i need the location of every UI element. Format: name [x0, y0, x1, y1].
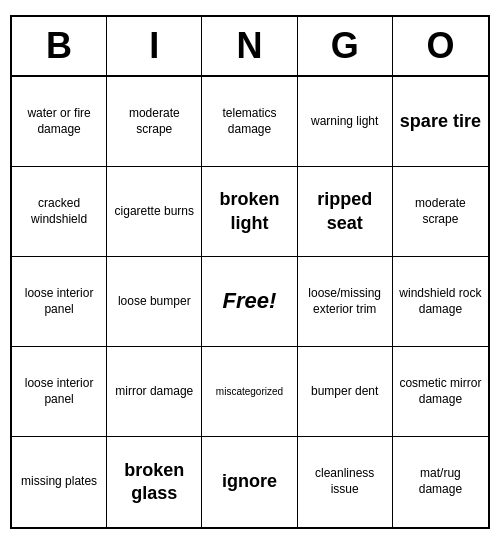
bingo-cell: cosmetic mirror damage: [393, 347, 488, 437]
cell-text: ignore: [222, 470, 277, 493]
bingo-cell: cracked windshield: [12, 167, 107, 257]
cell-text: loose/missing exterior trim: [302, 286, 388, 317]
bingo-cell: warning light: [298, 77, 393, 167]
cell-text: warning light: [311, 114, 378, 130]
bingo-cell: cleanliness issue: [298, 437, 393, 527]
bingo-cell: moderate scrape: [107, 77, 202, 167]
cell-text: Free!: [223, 287, 277, 316]
bingo-cell: loose interior panel: [12, 347, 107, 437]
bingo-cell: ignore: [202, 437, 297, 527]
bingo-cell: missing plates: [12, 437, 107, 527]
bingo-cell: broken light: [202, 167, 297, 257]
cell-text: loose interior panel: [16, 286, 102, 317]
header-letter: G: [298, 17, 393, 75]
cell-text: moderate scrape: [397, 196, 484, 227]
cell-text: mat/rug damage: [397, 466, 484, 497]
bingo-cell: loose bumper: [107, 257, 202, 347]
cell-text: bumper dent: [311, 384, 378, 400]
bingo-cell: moderate scrape: [393, 167, 488, 257]
cell-text: loose bumper: [118, 294, 191, 310]
bingo-cell: ripped seat: [298, 167, 393, 257]
bingo-cell: water or fire damage: [12, 77, 107, 167]
header-letter: I: [107, 17, 202, 75]
bingo-cell: loose interior panel: [12, 257, 107, 347]
header-letter: N: [202, 17, 297, 75]
cell-text: missing plates: [21, 474, 97, 490]
cell-text: cracked windshield: [16, 196, 102, 227]
cell-text: telematics damage: [206, 106, 292, 137]
bingo-cell: mat/rug damage: [393, 437, 488, 527]
bingo-grid: water or fire damagemoderate scrapetelem…: [12, 77, 488, 527]
cell-text: moderate scrape: [111, 106, 197, 137]
cell-text: cigarette burns: [115, 204, 194, 220]
cell-text: broken light: [206, 188, 292, 235]
cell-text: ripped seat: [302, 188, 388, 235]
bingo-cell: mirror damage: [107, 347, 202, 437]
bingo-cell: Free!: [202, 257, 297, 347]
cell-text: water or fire damage: [16, 106, 102, 137]
cell-text: broken glass: [111, 459, 197, 506]
cell-text: mirror damage: [115, 384, 193, 400]
bingo-cell: loose/missing exterior trim: [298, 257, 393, 347]
bingo-cell: telematics damage: [202, 77, 297, 167]
cell-text: loose interior panel: [16, 376, 102, 407]
header-letter: O: [393, 17, 488, 75]
bingo-cell: windshield rock damage: [393, 257, 488, 347]
bingo-cell: miscategorized: [202, 347, 297, 437]
cell-text: miscategorized: [216, 385, 283, 398]
bingo-cell: cigarette burns: [107, 167, 202, 257]
bingo-cell: bumper dent: [298, 347, 393, 437]
cell-text: cleanliness issue: [302, 466, 388, 497]
cell-text: windshield rock damage: [397, 286, 484, 317]
bingo-card: BINGO water or fire damagemoderate scrap…: [10, 15, 490, 529]
cell-text: spare tire: [400, 110, 481, 133]
bingo-cell: spare tire: [393, 77, 488, 167]
cell-text: cosmetic mirror damage: [397, 376, 484, 407]
bingo-cell: broken glass: [107, 437, 202, 527]
bingo-header: BINGO: [12, 17, 488, 77]
header-letter: B: [12, 17, 107, 75]
